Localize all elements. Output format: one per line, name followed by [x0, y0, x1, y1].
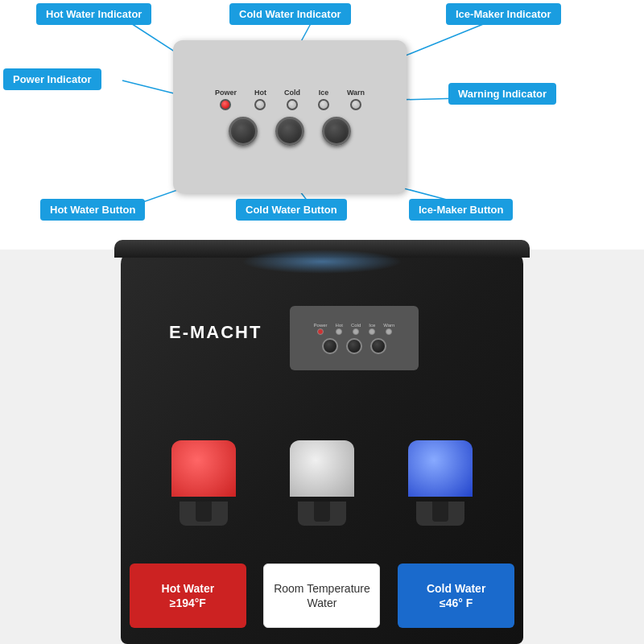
glow-effect: [242, 250, 402, 274]
hot-label: Hot: [254, 89, 266, 97]
hot-button-diagram[interactable]: [229, 117, 258, 146]
ice-label: Ice: [319, 89, 329, 97]
cold-faucet-top[interactable]: [408, 440, 473, 497]
mini-indicator-row: Power Hot Cold Ice Warn: [314, 323, 395, 335]
mini-warn: Warn: [383, 323, 394, 335]
mini-hot: Hot: [336, 323, 343, 335]
mini-hot-button[interactable]: [322, 338, 338, 354]
mini-power-label: Power: [314, 323, 328, 328]
cold-water-indicator-label: Cold Water Indicator: [229, 3, 351, 25]
mini-cold-label: Cold: [351, 323, 361, 328]
mini-cold: Cold: [351, 323, 361, 335]
cold-faucet-base: [416, 502, 464, 526]
room-faucet-top[interactable]: [290, 440, 354, 497]
mini-ice-label: Ice: [369, 323, 375, 328]
hot-faucet: [171, 440, 236, 526]
mini-hot-light: [336, 328, 342, 335]
hot-faucet-top[interactable]: [171, 440, 236, 497]
mini-button-row: [322, 338, 386, 354]
mini-cold-light: [353, 328, 359, 335]
cold-label: Cold: [284, 89, 300, 97]
button-row: [229, 117, 351, 146]
indicator-hot: Hot: [254, 89, 266, 110]
mini-power-light: [317, 328, 324, 335]
hot-water-label: Hot Water≥194°F: [130, 564, 246, 628]
room-faucet: [290, 440, 354, 526]
dispenser-area: E-MACHT Power Hot Cold Ice: [0, 250, 644, 644]
warn-label: Warn: [347, 89, 365, 97]
warn-light: [350, 99, 361, 110]
indicator-power: Power: [215, 89, 237, 110]
brand-label: E-MACHT: [169, 322, 262, 343]
room-water-label: Room Temperature Water: [263, 564, 380, 628]
ice-maker-button-label: Ice-Maker Button: [409, 199, 513, 221]
ice-light: [318, 99, 329, 110]
hot-water-indicator-label: Hot Water Indicator: [36, 3, 151, 25]
faucet-area: [145, 411, 499, 555]
power-light: [220, 99, 231, 110]
power-label: Power: [215, 89, 237, 97]
room-faucet-base: [298, 502, 346, 526]
indicator-warn: Warn: [347, 89, 365, 110]
mini-warn-light: [386, 328, 392, 335]
warning-indicator-label: Warning Indicator: [448, 83, 556, 105]
mini-warn-label: Warn: [383, 323, 394, 328]
hot-faucet-nozzle: [196, 502, 212, 522]
indicator-cold: Cold: [284, 89, 300, 110]
ice-button-diagram[interactable]: [322, 117, 351, 146]
cold-faucet: [408, 440, 473, 526]
indicator-row: Power Hot Cold Ice Warn: [215, 89, 365, 110]
room-faucet-nozzle: [314, 502, 330, 522]
cold-water-button-label: Cold Water Button: [236, 199, 347, 221]
ice-maker-indicator-label: Ice-Maker Indicator: [446, 3, 561, 25]
hot-water-button-label: Hot Water Button: [40, 199, 145, 221]
hot-light: [254, 99, 266, 110]
mini-ice: Ice: [369, 323, 375, 335]
control-panel-card: Power Hot Cold Ice Warn: [173, 40, 407, 193]
hot-faucet-base: [180, 502, 228, 526]
indicator-ice: Ice: [318, 89, 329, 110]
cold-button-diagram[interactable]: [275, 117, 304, 146]
cold-faucet-nozzle: [432, 502, 448, 522]
mini-control-panel: Power Hot Cold Ice Warn: [290, 306, 419, 370]
cold-light: [287, 99, 298, 110]
mini-ice-light: [369, 328, 375, 335]
power-indicator-label: Power Indicator: [3, 68, 101, 90]
mini-ice-button[interactable]: [370, 338, 386, 354]
water-labels: Hot Water≥194°F Room Temperature Water C…: [121, 564, 523, 628]
mini-cold-button[interactable]: [346, 338, 362, 354]
mini-power: Power: [314, 323, 328, 335]
diagram-area: Power Hot Cold Ice Warn: [0, 0, 644, 250]
cold-water-label: Cold Water≤46° F: [398, 564, 514, 628]
mini-hot-label: Hot: [336, 323, 343, 328]
